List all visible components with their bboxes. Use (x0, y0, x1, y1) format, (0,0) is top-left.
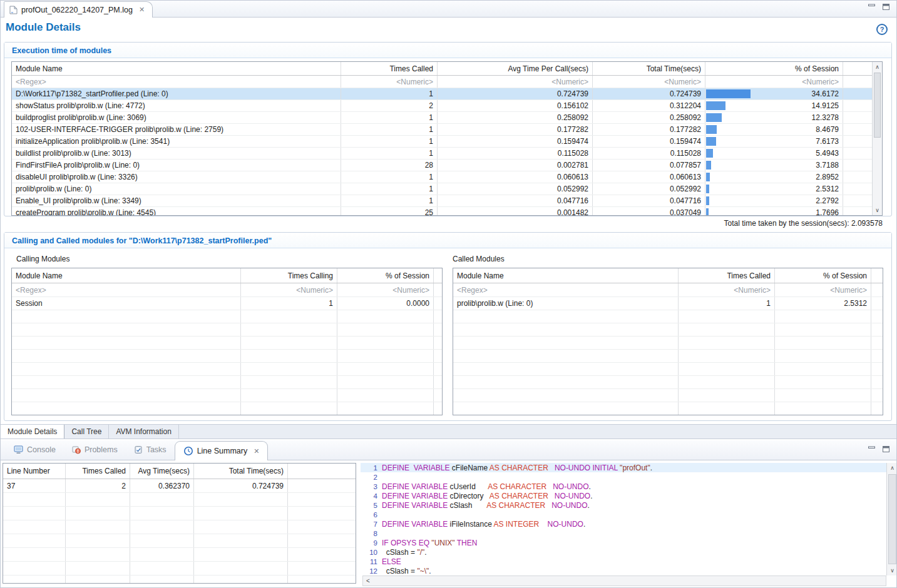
filter-cell[interactable]: <Numeric> (775, 283, 871, 297)
scrollbar-thumb[interactable] (874, 73, 881, 138)
column-header[interactable]: Module Name (12, 62, 341, 75)
console-tab-tasks[interactable]: Tasks (126, 440, 175, 460)
scroll-down-icon[interactable]: ∨ (873, 205, 882, 215)
minimize-icon[interactable] (867, 3, 876, 11)
table-row[interactable]: createProgram prolib\prolib.w (Line: 454… (12, 207, 872, 215)
code-line[interactable]: 10 cSlash = "/". (361, 547, 886, 557)
editor-vscroll-thumb[interactable] (888, 474, 896, 564)
maximize-icon[interactable] (881, 3, 890, 11)
column-header[interactable]: Total Time(secs) (194, 464, 288, 479)
editor-scroll-up-icon[interactable]: ∧ (887, 463, 897, 473)
empty-cell (775, 337, 871, 349)
filter-cell[interactable]: <Numeric> (679, 283, 775, 297)
session-total-label: Total time taken by the session(secs): 2… (724, 219, 883, 228)
filter-cell[interactable]: <Numeric> (341, 76, 438, 88)
filter-cell[interactable]: <Regex> (12, 76, 341, 88)
filter-cell[interactable]: <Numeric> (593, 76, 705, 88)
row-filler (843, 100, 872, 111)
column-header[interactable]: Avg Time(secs) (130, 464, 194, 479)
column-header[interactable]: Total Time(secs) (593, 62, 705, 75)
column-header[interactable]: Avg Time Per Call(secs) (438, 62, 593, 75)
clock-icon (183, 446, 193, 456)
editor-scroll-down-icon[interactable]: ∨ (887, 565, 897, 575)
console-tab-line-summary[interactable]: Line Summary✕ (175, 441, 269, 460)
console-tab-problems[interactable]: Problems (64, 440, 126, 460)
line-number: 3 (361, 483, 382, 490)
empty-cell (453, 323, 679, 336)
table-row[interactable]: buildproglist prolib\prolib.w (Line: 306… (12, 112, 872, 124)
vertical-scrollbar[interactable]: ∧ ∨ (872, 62, 882, 215)
column-header[interactable]: Times Calling (241, 268, 337, 283)
table-row[interactable]: initializeApplication prolib\prolib.w (L… (12, 136, 872, 148)
code-line[interactable]: 2 (361, 472, 886, 482)
row-filler (843, 136, 872, 147)
help-icon[interactable]: ? (876, 24, 888, 35)
filter-cell[interactable]: <Regex> (12, 283, 241, 297)
column-header[interactable]: % of Session (705, 62, 843, 75)
table-row[interactable]: 3720.3623700.724739 (3, 479, 356, 493)
scroll-up-icon[interactable]: ∧ (873, 62, 882, 72)
table-row[interactable]: prolib\prolib.w (Line: 0)10.0529920.0529… (12, 183, 872, 195)
column-header[interactable]: Line Number (3, 464, 66, 479)
table-row[interactable]: FindFirstFileA prolib\prolib.w (Line: 0)… (12, 160, 872, 171)
table-row[interactable]: prolib\prolib.w (Line: 0)12.5312 (453, 297, 883, 310)
code-line[interactable]: 12 cSlash = "~\". (361, 566, 886, 575)
filter-cell[interactable]: <Regex> (453, 283, 679, 297)
table-row[interactable]: 102-USER-INTERFACE-TRIGGER prolib\prolib… (12, 124, 872, 136)
code-line[interactable]: 6 (361, 510, 886, 519)
code-line[interactable]: 1DEFINE VARIABLE cFileName AS CHARACTER … (361, 463, 886, 472)
console-maximize-icon[interactable] (881, 445, 890, 453)
column-header[interactable]: % of Session (775, 268, 871, 283)
table-row[interactable]: showStatus prolib\prolib.w (Line: 4772)2… (12, 100, 872, 112)
column-header[interactable]: Times Called (66, 464, 130, 479)
row-filler (843, 124, 872, 135)
table-row[interactable]: D:\Work117\p71382_startProfiler.ped (Lin… (12, 88, 872, 100)
session-bar (706, 89, 751, 98)
code-line[interactable]: 8 (361, 529, 886, 538)
code-line[interactable]: 7DEFINE VARIABLE iFileInstance AS INTEGE… (361, 519, 886, 529)
page-tab-avm-information[interactable]: AVM Information (109, 425, 178, 438)
table-row[interactable]: buildlist prolib\prolib.w (Line: 3013)10… (12, 148, 872, 160)
column-header[interactable]: Module Name (12, 268, 241, 283)
editor-tab-proflog[interactable]: profOut_062220_14207_PM.log ✕ (4, 1, 153, 18)
column-header[interactable]: Times Called (679, 268, 775, 283)
filter-cell[interactable]: <Numeric> (438, 76, 593, 88)
code-editor[interactable]: 1DEFINE VARIABLE cFileName AS CHARACTER … (361, 462, 897, 588)
table-row[interactable]: disableUI prolib\prolib.w (Line: 3326)10… (12, 171, 872, 183)
table-row[interactable]: Enable_UI prolib\prolib.w (Line: 3349)10… (12, 195, 872, 207)
editor-scroll-left-icon[interactable]: < (363, 576, 373, 585)
editor-horizontal-scrollbar[interactable]: < (362, 575, 886, 586)
column-header[interactable]: % of Session (337, 268, 434, 283)
column-header[interactable]: Times Called (341, 62, 438, 75)
editor-vertical-scrollbar[interactable]: ∧ ∨ (886, 463, 897, 575)
session-percent-cell: 7.6173 (705, 136, 843, 147)
filter-cell[interactable]: <Numeric> (337, 283, 434, 297)
session-bar (706, 113, 722, 122)
empty-cell (453, 376, 679, 388)
filter-cell[interactable]: <Numeric> (241, 283, 337, 297)
calling-modules-table: Module NameTimes Calling% of Session<Reg… (11, 268, 443, 415)
page-tab-module-details[interactable]: Module Details (1, 425, 64, 438)
page-tab-call-tree[interactable]: Call Tree (64, 425, 109, 438)
table-cell: 0.258092 (593, 112, 705, 123)
console-tab-console[interactable]: Console (6, 440, 64, 460)
empty-cell (130, 520, 194, 534)
empty-table-row (453, 363, 883, 376)
code-line[interactable]: 9IF OPSYS EQ "UNIX" THEN (361, 538, 886, 547)
close-icon[interactable]: ✕ (254, 447, 259, 455)
code-line[interactable]: 11ELSE (361, 557, 886, 566)
table-cell: 28 (341, 160, 438, 171)
row-filler (434, 310, 442, 323)
code-line[interactable]: 5DEFINE VARIABLE cSlash AS CHARACTER NO-… (361, 500, 886, 510)
code-line[interactable]: 3DEFINE VARIABLE cUserId AS CHARACTER NO… (361, 482, 886, 491)
console-minimize-icon[interactable] (867, 445, 876, 453)
table-cell: disableUI prolib\prolib.w (Line: 3326) (12, 171, 341, 183)
session-bar (706, 173, 710, 181)
filter-cell[interactable]: <Numeric> (705, 76, 843, 88)
code-line[interactable]: 4DEFINE VARIABLE cDirectory AS CHARACTER… (361, 491, 886, 500)
table-row[interactable]: Session10.0000 (12, 297, 442, 310)
close-icon[interactable]: ✕ (139, 6, 145, 14)
table-cell: 1 (341, 183, 438, 195)
empty-cell (130, 507, 194, 520)
column-header[interactable]: Module Name (453, 268, 679, 283)
